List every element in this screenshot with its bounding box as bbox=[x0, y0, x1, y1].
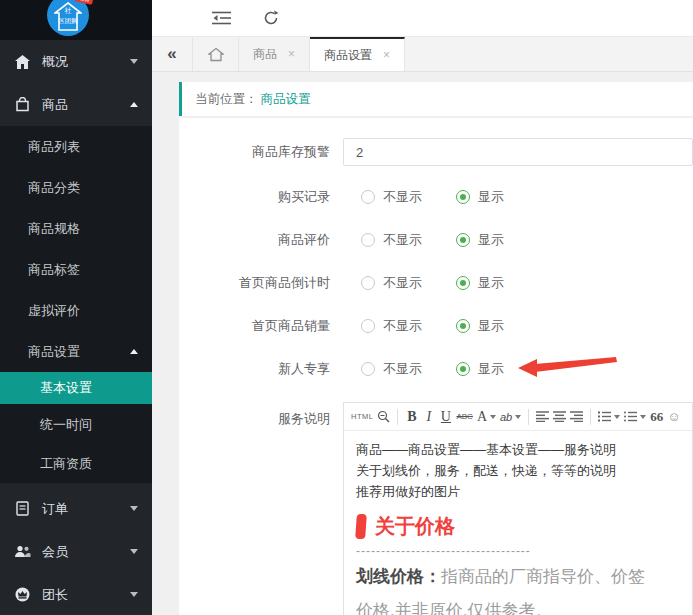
submenu-label: 商品规格 bbox=[28, 220, 80, 238]
radio-show[interactable]: 显示 bbox=[456, 188, 504, 206]
red-bar-icon bbox=[355, 514, 367, 539]
sidebar-item-label: 团长 bbox=[42, 586, 68, 604]
sidebar-item-leaders[interactable]: 团长 bbox=[0, 573, 152, 615]
toolbar-separator bbox=[590, 409, 591, 425]
submenu-label: 工商资质 bbox=[40, 455, 92, 473]
service-description-row: 服务说明 HTML B I U ABC A ab bbox=[179, 402, 693, 615]
collapse-sidebar-icon[interactable] bbox=[212, 11, 231, 25]
chevron-up-icon bbox=[130, 102, 138, 107]
radio-selected-icon[interactable] bbox=[456, 319, 470, 333]
sidebar-item-goods-spec[interactable]: 商品规格 bbox=[0, 208, 152, 249]
tab-label: 商品 bbox=[253, 46, 277, 63]
editor-content[interactable]: 商品——商品设置——基本设置——服务说明 关于划线价，服务，配送，快递，等等的说… bbox=[344, 431, 692, 615]
submenu-label: 商品分类 bbox=[28, 179, 80, 197]
app-logo[interactable]: 社 区团购 NEW bbox=[47, 0, 89, 36]
sidebar-item-goods-category[interactable]: 商品分类 bbox=[0, 167, 152, 208]
radio-hide[interactable]: 不显示 bbox=[361, 231, 422, 249]
radio-show[interactable]: 显示 bbox=[456, 317, 504, 335]
radio-label[interactable]: 显示 bbox=[478, 231, 504, 249]
ordered-list-button[interactable] bbox=[596, 406, 622, 428]
tab-goods[interactable]: 商品 × bbox=[239, 37, 310, 71]
radio-unselected-icon[interactable] bbox=[361, 362, 375, 376]
stock-warning-row: 商品库存预警 bbox=[179, 138, 693, 166]
submenu-label: 商品列表 bbox=[28, 138, 80, 156]
radio-hide[interactable]: 不显示 bbox=[361, 360, 422, 378]
tabs-collapse-button[interactable]: « bbox=[152, 37, 193, 71]
radio-label[interactable]: 不显示 bbox=[383, 360, 422, 378]
radio-selected-icon[interactable] bbox=[456, 362, 470, 376]
sidebar-item-basic-settings[interactable]: 基本设置 bbox=[0, 372, 152, 404]
emoticon-button[interactable]: ☺ bbox=[665, 406, 682, 428]
radio-unselected-icon[interactable] bbox=[361, 276, 375, 290]
radio-unselected-icon[interactable] bbox=[361, 233, 375, 247]
editor-line: 推荐用做好的图片 bbox=[356, 481, 680, 502]
sidebar-item-business-license[interactable]: 工商资质 bbox=[0, 445, 152, 483]
sidebar-item-unified-time[interactable]: 统一时间 bbox=[0, 404, 152, 445]
row-label: 首页商品倒计时 bbox=[179, 274, 330, 292]
radio-label[interactable]: 显示 bbox=[478, 188, 504, 206]
radio-label[interactable]: 不显示 bbox=[383, 231, 422, 249]
editor-toolbar: HTML B I U ABC A ab bbox=[344, 403, 692, 431]
unordered-list-button[interactable] bbox=[622, 406, 648, 428]
font-color-button[interactable]: A bbox=[475, 406, 498, 428]
close-icon[interactable]: × bbox=[288, 47, 295, 61]
highlight-color-button[interactable]: ab bbox=[498, 406, 523, 428]
editor-line: 关于划线价，服务，配送，快递，等等的说明 bbox=[356, 460, 680, 481]
sidebar-logo-header: 社 区团购 NEW bbox=[0, 0, 152, 40]
align-center-button[interactable] bbox=[551, 406, 568, 428]
price-note-line: 价格,并非原价,仅供参考。 bbox=[356, 595, 680, 615]
preview-icon[interactable] bbox=[375, 406, 392, 428]
html-source-button[interactable]: HTML bbox=[349, 406, 375, 428]
radio-show[interactable]: 显示 bbox=[456, 231, 504, 249]
svg-text:区团购: 区团购 bbox=[58, 17, 78, 25]
align-left-button[interactable] bbox=[534, 406, 551, 428]
sidebar-item-members[interactable]: 会员 bbox=[0, 530, 152, 573]
close-icon[interactable]: × bbox=[383, 48, 390, 62]
underline-button[interactable]: U bbox=[437, 406, 454, 428]
blockquote-button[interactable]: 66 bbox=[648, 406, 665, 428]
sidebar-item-overview[interactable]: 概况 bbox=[0, 40, 152, 83]
row-label: 新人专享 bbox=[179, 360, 330, 378]
chevron-down-icon bbox=[130, 506, 138, 511]
sidebar-item-goods-settings[interactable]: 商品设置 bbox=[0, 331, 152, 372]
radio-label[interactable]: 不显示 bbox=[383, 317, 422, 335]
toolbar-separator bbox=[397, 409, 398, 425]
sidebar-item-label: 商品 bbox=[42, 96, 68, 114]
shopping-bag-icon bbox=[14, 96, 31, 113]
refresh-icon[interactable] bbox=[263, 10, 279, 26]
sidebar-item-virtual-review[interactable]: 虚拟评价 bbox=[0, 290, 152, 331]
radio-show[interactable]: 显示 bbox=[456, 360, 504, 378]
stock-warning-input[interactable] bbox=[343, 138, 693, 166]
radio-selected-icon[interactable] bbox=[456, 190, 470, 204]
breadcrumb-current-link[interactable]: 商品设置 bbox=[261, 91, 311, 108]
radio-show[interactable]: 显示 bbox=[456, 274, 504, 292]
italic-button[interactable]: I bbox=[420, 406, 437, 428]
align-right-button[interactable] bbox=[568, 406, 585, 428]
radio-selected-icon[interactable] bbox=[456, 276, 470, 290]
tab-goods-settings[interactable]: 商品设置 × bbox=[310, 37, 405, 71]
strikethrough-button[interactable]: ABC bbox=[454, 406, 474, 428]
radio-unselected-icon[interactable] bbox=[361, 319, 375, 333]
sidebar-item-orders[interactable]: 订单 bbox=[0, 487, 152, 530]
radio-unselected-icon[interactable] bbox=[361, 190, 375, 204]
radio-label[interactable]: 显示 bbox=[478, 360, 504, 378]
sidebar-item-goods[interactable]: 商品 bbox=[0, 83, 152, 126]
rich-text-editor[interactable]: HTML B I U ABC A ab bbox=[343, 402, 693, 615]
radio-label[interactable]: 不显示 bbox=[383, 274, 422, 292]
radio-selected-icon[interactable] bbox=[456, 233, 470, 247]
radio-hide[interactable]: 不显示 bbox=[361, 188, 422, 206]
radio-label[interactable]: 显示 bbox=[478, 317, 504, 335]
radio-hide[interactable]: 不显示 bbox=[361, 274, 422, 292]
submenu-label: 虚拟评价 bbox=[28, 302, 80, 320]
home-tab[interactable] bbox=[193, 37, 239, 71]
goods-review-row: 商品评价 不显示 显示 bbox=[179, 230, 693, 250]
service-description-label: 服务说明 bbox=[179, 402, 330, 615]
breadcrumb-prefix: 当前位置： bbox=[195, 91, 258, 108]
radio-label[interactable]: 显示 bbox=[478, 274, 504, 292]
sidebar-item-goods-list[interactable]: 商品列表 bbox=[0, 126, 152, 167]
bold-button[interactable]: B bbox=[403, 406, 420, 428]
radio-label[interactable]: 不显示 bbox=[383, 188, 422, 206]
chevron-down-icon bbox=[640, 415, 646, 419]
sidebar-item-goods-tag[interactable]: 商品标签 bbox=[0, 249, 152, 290]
radio-hide[interactable]: 不显示 bbox=[361, 317, 422, 335]
